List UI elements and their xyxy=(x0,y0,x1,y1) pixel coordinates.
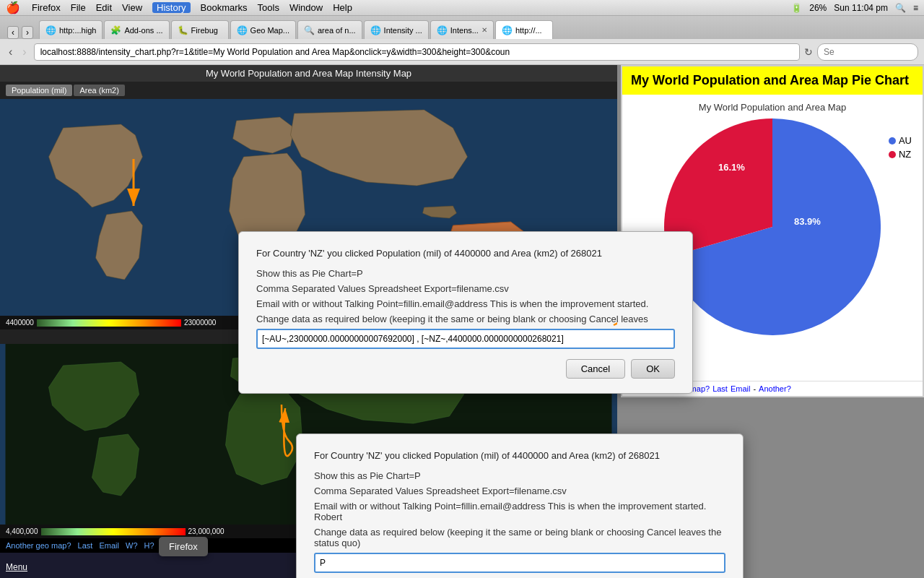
tab-bar: ‹ › 🌐 http:...high 🧩 Add-ons ... 🐛 Fireb… xyxy=(0,16,924,39)
email-link[interactable]: Email xyxy=(99,541,119,550)
dialog-bottom-email: Email with or without Talking Point=fill… xyxy=(314,501,725,522)
tab-2-label: Add-ons ... xyxy=(124,26,162,35)
back-nav-button[interactable]: ‹ xyxy=(6,44,15,60)
tab-2[interactable]: 🧩 Add-ons ... xyxy=(104,20,169,39)
lower-scale-bar xyxy=(41,528,186,535)
lower-scale-max: 23,000,000 xyxy=(188,527,225,535)
tab-7[interactable]: 🌐 Intens... ✕ xyxy=(430,20,494,39)
tab-5-label: area of n... xyxy=(318,26,356,35)
tab-7-icon: 🌐 xyxy=(437,25,448,35)
apple-menu[interactable]: 🍎 xyxy=(6,1,20,14)
menu-view[interactable]: View xyxy=(122,2,142,13)
pie-another-link[interactable]: Another? xyxy=(759,384,791,393)
tab-6[interactable]: 🌐 Intensity ... xyxy=(364,20,429,39)
tab-6-icon: 🌐 xyxy=(370,25,381,35)
pie-chart-svg xyxy=(664,118,881,335)
h-link[interactable]: H? xyxy=(144,541,154,550)
lower-scale-min: 4,400,000 xyxy=(6,527,38,535)
last-link[interactable]: Last xyxy=(78,541,93,550)
menu-history[interactable]: History xyxy=(152,2,190,13)
menu-edit[interactable]: Edit xyxy=(96,2,112,13)
tab-navigation: ‹ › xyxy=(7,26,33,39)
pie-email-link[interactable]: Email xyxy=(731,384,751,393)
tab-4[interactable]: 🌐 Geo Map... xyxy=(230,20,296,39)
back-button[interactable]: ‹ xyxy=(7,26,19,39)
pie-chart-title: My World Population and Area Map xyxy=(629,102,915,113)
tab-7-close[interactable]: ✕ xyxy=(481,26,487,34)
dialog-bottom-change: Change data as required below (keeping i… xyxy=(314,527,725,548)
tab-8-icon: 🌐 xyxy=(502,25,513,35)
tab-2-icon: 🧩 xyxy=(110,25,121,35)
pie-last-link[interactable]: Last xyxy=(712,384,728,393)
main-content: My World Population and Area Map Intensi… xyxy=(0,65,924,578)
pie-chart-container[interactable]: 83.9% 16.1% xyxy=(664,118,881,335)
firefox-badge: Firefox xyxy=(159,537,208,556)
battery-icon: 🔋 xyxy=(791,3,802,13)
menu-bookmarks[interactable]: Bookmarks xyxy=(201,2,248,13)
legend-population[interactable]: Population (mil) xyxy=(6,85,72,96)
clock: Sun 11:04 pm xyxy=(834,3,888,13)
w-link[interactable]: W? xyxy=(126,541,138,550)
list-icon[interactable]: ≡ xyxy=(913,3,918,13)
legend-nz-label: NZ xyxy=(899,149,911,160)
tab-4-icon: 🌐 xyxy=(237,25,248,35)
dialog-top-change: Change data as required below (keeping i… xyxy=(256,314,675,324)
scale-min: 4400000 xyxy=(6,319,34,327)
address-input[interactable] xyxy=(34,43,800,61)
another-geo-link[interactable]: Another geo map? xyxy=(6,541,71,550)
tab-8-label: http://... xyxy=(515,26,542,35)
dialog-bottom-input[interactable] xyxy=(314,553,725,573)
menu-bar-right: 🔋 26% Sun 11:04 pm 🔍 ≡ xyxy=(791,3,918,13)
dialog-top-ok[interactable]: OK xyxy=(631,359,675,379)
dialog-top-email: Email with or without Talking Point=fill… xyxy=(256,298,675,309)
tab-1[interactable]: 🌐 http:...high xyxy=(39,20,103,39)
legend-au-dot xyxy=(889,137,896,144)
menu-tools[interactable]: Tools xyxy=(258,2,279,13)
au-label: 83.9% xyxy=(794,216,821,227)
legend-area[interactable]: Area (km2) xyxy=(74,85,124,96)
dialog-top-buttons: Cancel OK xyxy=(256,359,675,379)
dialog-top-pie: Show this as Pie Chart=P xyxy=(256,268,675,279)
address-bar: ‹ › ↻ xyxy=(0,39,924,65)
menu-file[interactable]: File xyxy=(71,2,86,13)
dialog-bottom-message: For Country 'NZ' you clicked Population … xyxy=(314,449,725,463)
tab-1-icon: 🌐 xyxy=(45,25,56,35)
tab-4-label: Geo Map... xyxy=(250,26,289,35)
tab-3-label: Firebug xyxy=(191,26,218,35)
dialog-bottom-csv: Comma Separated Values Spreadsheet Expor… xyxy=(314,486,725,496)
legend-au-label: AU xyxy=(899,135,912,146)
tab-3-icon: 🐛 xyxy=(178,25,188,35)
search-menu-icon[interactable]: 🔍 xyxy=(895,3,906,13)
tab-6-label: Intensity ... xyxy=(384,26,422,35)
menu-help[interactable]: Help xyxy=(333,2,352,13)
dialog-top-cancel[interactable]: Cancel xyxy=(566,359,625,379)
dialog-bottom-pie: Show this as Pie Chart=P xyxy=(314,470,725,481)
dialog-top: For Country 'NZ' you clicked Population … xyxy=(238,231,693,394)
forward-button[interactable]: › xyxy=(22,26,33,39)
forward-nav-button[interactable]: › xyxy=(19,44,29,60)
tab-8[interactable]: 🌐 http://... xyxy=(495,20,553,39)
battery-level: 26% xyxy=(809,3,827,13)
map-legend: Population (mil) Area (km2) xyxy=(0,82,617,99)
menu-firefox[interactable]: Firefox xyxy=(32,2,61,13)
map-title: My World Population and Area Map Intensi… xyxy=(206,68,411,79)
menu-window[interactable]: Window xyxy=(289,2,323,13)
tab-5[interactable]: 🔍 area of n... xyxy=(297,20,362,39)
reload-button[interactable]: ↻ xyxy=(804,46,813,58)
dialog-bottom: For Country 'NZ' you clicked Population … xyxy=(296,434,744,578)
browser-window: ‹ › 🌐 http:...high 🧩 Add-ons ... 🐛 Fireb… xyxy=(0,16,924,578)
menu-link[interactable]: Menu xyxy=(6,562,27,572)
pie-panel-title: My World Population and Area Map Pie Cha… xyxy=(622,66,923,95)
dialog-top-csv: Comma Separated Values Spreadsheet Expor… xyxy=(256,283,675,294)
pie-legend: AU NZ xyxy=(889,135,912,163)
search-input[interactable] xyxy=(817,43,918,61)
pie-dash: - xyxy=(753,384,756,393)
dialog-top-message: For Country 'NZ' you clicked Population … xyxy=(256,246,675,261)
menu-bar: 🍎 Firefox File Edit View History Bookmar… xyxy=(0,0,924,16)
scale-max: 23000000 xyxy=(184,319,217,327)
dialog-top-input[interactable] xyxy=(256,329,675,349)
tab-7-label: Intens... xyxy=(450,26,479,35)
nz-label: 16.1% xyxy=(718,162,745,173)
tab-3[interactable]: 🐛 Firebug xyxy=(171,20,229,39)
map-header: My World Population and Area Map Intensi… xyxy=(0,65,617,82)
